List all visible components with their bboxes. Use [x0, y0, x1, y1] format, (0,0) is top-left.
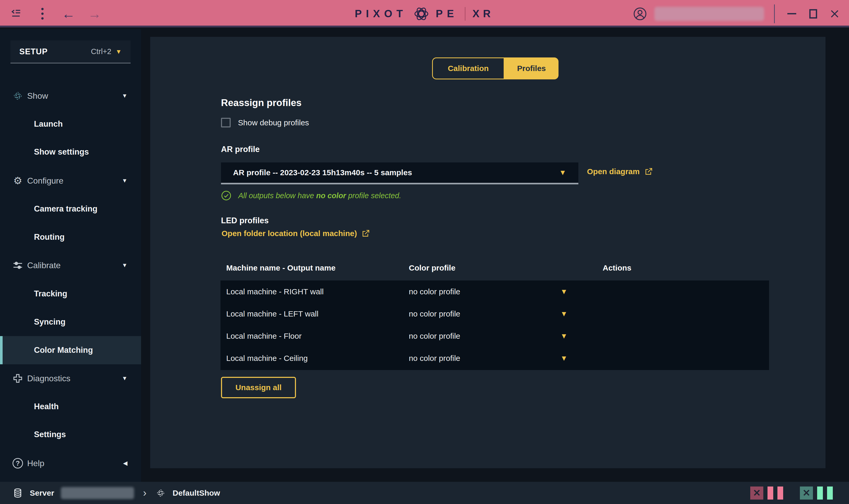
show-debug-profiles-checkbox[interactable] [221, 118, 231, 127]
color-profile-dropdown-arrow[interactable]: ▼ [560, 354, 568, 362]
breadcrumb-chevron-icon: › [143, 487, 146, 499]
tab-calibration[interactable]: Calibration [432, 57, 505, 79]
led-profiles-table: Local machine - RIGHT wall no color prof… [220, 281, 769, 370]
sidebar-item-label: Show [27, 91, 48, 101]
sidebar-item-label: Health [34, 402, 59, 411]
sidebar-item-label: Routing [34, 232, 65, 242]
status-message: All outputs below have no color profile … [238, 192, 401, 200]
color-profile-dropdown-arrow[interactable]: ▼ [560, 310, 568, 318]
table-row: Local machine - RIGHT wall no color prof… [220, 281, 769, 303]
sidebar-item-label: Configure [27, 176, 64, 186]
sidebar-item-tracking[interactable]: Tracking [0, 280, 141, 308]
sidebar-item-camera-tracking[interactable]: Camera tracking [0, 195, 141, 223]
table-row: Local machine - Floor no color profile ▼ [220, 325, 769, 347]
help-icon: ? [11, 458, 25, 468]
status-indicators: ✕ ✕ [750, 482, 833, 504]
color-profile-dropdown-arrow[interactable]: ▼ [560, 332, 568, 340]
sidebar-item-show[interactable]: Show ▼ [0, 82, 141, 110]
column-header-machine: Machine name - Output name [226, 264, 335, 272]
setup-shortcut: Ctrl+2 [91, 47, 111, 56]
sidebar-item-launch[interactable]: Launch [0, 110, 141, 138]
main-panel: Calibration Profiles Reassign profiles S… [150, 37, 826, 468]
ar-profile-select[interactable]: AR profile -- 2023-02-23 15h13m40s -- 5 … [221, 162, 578, 184]
open-diagram-label: Open diagram [587, 167, 640, 176]
logo-text-right: PE [436, 8, 458, 20]
pixotope-logo: PIXOT PE XR [355, 0, 494, 28]
sidebar-item-syncing[interactable]: Syncing [0, 308, 141, 336]
color-profile-value: no color profile [409, 332, 460, 341]
table-row: Local machine - Ceiling no color profile… [220, 347, 769, 369]
red-level-bar [777, 486, 783, 500]
server-label: Server [30, 489, 54, 498]
setup-dropdown-icon: ▼ [116, 48, 122, 55]
sidebar-item-label: Syncing [34, 317, 66, 327]
open-folder-location-label: Open folder location (local machine) [222, 229, 357, 238]
sidebar-item-label: Settings [34, 430, 66, 439]
unassign-all-button[interactable]: Unassign all [221, 377, 296, 398]
product-name: XR [472, 8, 494, 20]
sidebar-item-routing[interactable]: Routing [0, 223, 141, 251]
collapse-sidebar-icon[interactable] [10, 7, 22, 20]
machine-output-name: Local machine - LEFT wall [226, 309, 318, 318]
sidebar-item-label: Camera tracking [34, 204, 98, 214]
forward-arrow-icon: → [88, 7, 101, 20]
color-profile-value: no color profile [409, 354, 460, 363]
red-stop-indicator[interactable]: ✕ [750, 486, 763, 500]
sidebar-item-help[interactable]: ? Help ◀ [0, 449, 141, 478]
sidebar-item-label: Color Matching [34, 345, 93, 355]
sidebar-item-color-matching[interactable]: Color Matching [0, 336, 141, 364]
red-level-bar [767, 486, 773, 500]
open-diagram-link[interactable]: Open diagram [587, 167, 653, 176]
account-email-redacted[interactable] [654, 7, 764, 21]
tab-profiles[interactable]: Profiles [505, 57, 559, 79]
setup-label: SETUP [19, 47, 48, 56]
open-folder-location-link[interactable]: Open folder location (local machine) [222, 229, 370, 238]
pixotope-atom-icon [412, 4, 431, 23]
sidebar-item-label: Calibrate [27, 260, 60, 270]
sidebar-item-settings[interactable]: Settings [0, 420, 141, 449]
setup-selector[interactable]: SETUP Ctrl+2 ▼ [11, 40, 130, 64]
sidebar-item-label: Launch [34, 119, 63, 129]
sliders-icon [11, 259, 25, 271]
green-stop-indicator[interactable]: ✕ [800, 486, 813, 500]
status-row: All outputs below have no color profile … [221, 191, 401, 201]
sidebar-item-label: Diagnostics [27, 374, 70, 383]
show-debug-profiles-label: Show debug profiles [238, 118, 309, 127]
machine-output-name: Local machine - Floor [226, 332, 301, 341]
show-name[interactable]: DefaultShow [173, 489, 220, 498]
ar-profile-label: AR profile [221, 145, 260, 154]
sidebar-item-calibrate[interactable]: Calibrate ▼ [0, 251, 141, 280]
sidebar-item-label: Show settings [34, 147, 89, 157]
color-profile-dropdown-arrow[interactable]: ▼ [560, 288, 568, 296]
show-icon [11, 90, 25, 102]
sidebar-item-configure[interactable]: ⚙ Configure ▼ [0, 167, 141, 195]
green-level-bar [817, 486, 823, 500]
sidebar: SETUP Ctrl+2 ▼ Show ▼ Launch Show settin… [0, 29, 141, 482]
check-circle-icon [221, 191, 231, 201]
machine-output-name: Local machine - Ceiling [226, 354, 308, 363]
column-header-color-profile: Color profile [409, 264, 455, 272]
external-link-icon [644, 167, 653, 176]
chevron-down-icon: ▼ [122, 177, 127, 184]
sidebar-item-diagnostics[interactable]: Diagnostics ▼ [0, 364, 141, 393]
green-level-bar [827, 486, 833, 500]
logo-text-left: PIXOT [355, 8, 407, 20]
dropdown-arrow-icon: ▼ [559, 168, 566, 177]
sidebar-item-label: Help [27, 458, 45, 468]
back-arrow-icon[interactable]: ← [62, 7, 75, 20]
close-button[interactable] [828, 6, 842, 22]
sidebar-item-show-settings[interactable]: Show settings [0, 138, 141, 166]
sidebar-item-label: Tracking [34, 289, 67, 299]
table-row: Local machine - LEFT wall no color profi… [220, 303, 769, 325]
server-database-icon [13, 488, 23, 498]
maximize-button[interactable] [806, 6, 820, 22]
color-profile-value: no color profile [409, 287, 460, 296]
machine-output-name: Local machine - RIGHT wall [226, 287, 324, 296]
sidebar-item-health[interactable]: Health [0, 393, 141, 421]
server-name-redacted[interactable] [61, 487, 134, 499]
chevron-down-icon: ▼ [122, 262, 127, 269]
minimize-button[interactable] [785, 6, 799, 22]
menu-kebab-icon[interactable] [36, 7, 49, 20]
table-header: Machine name - Output name Color profile… [220, 264, 769, 277]
account-icon[interactable] [633, 7, 647, 21]
